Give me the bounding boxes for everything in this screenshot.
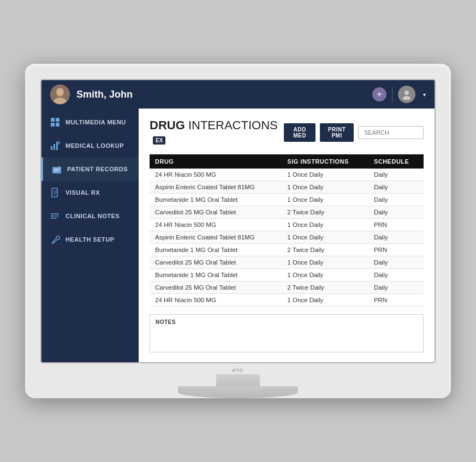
user-menu-button[interactable]	[398, 86, 415, 103]
cell-drug: Carvedilot 25 MG Oral Tablet	[150, 256, 282, 269]
list-icon	[49, 210, 61, 222]
sidebar-item-patient-records[interactable]: Patient Records	[41, 158, 139, 181]
cell-schedule: Daily	[368, 256, 424, 269]
table-row: Bumetanide 1 MG Oral Tablet1 Once DailyD…	[150, 269, 424, 281]
cell-schedule: PRN	[368, 244, 424, 256]
svg-point-4	[404, 91, 409, 95]
sidebar-label-medical: Medical Lookup	[66, 142, 124, 149]
page-title-row: DRUG INTERACTIONS EX ADD MED PRINT PMI	[150, 118, 424, 147]
stand-neck	[216, 374, 260, 386]
cell-sig: 1 Once Daily	[282, 181, 368, 194]
sidebar-item-visual-rx[interactable]: Visual RX	[41, 181, 139, 205]
cell-schedule: Daily	[368, 206, 424, 219]
cell-schedule: Daily	[368, 181, 424, 194]
cell-sig: 2 Twice Daily	[282, 206, 368, 219]
svg-rect-11	[53, 144, 55, 150]
svg-point-26	[51, 218, 52, 219]
wrench-icon	[49, 233, 61, 245]
cell-schedule: Daily	[368, 231, 424, 244]
sidebar: Multimedia Menu Medical Lookup	[41, 109, 139, 362]
cell-sig: 1 Once Daily	[282, 256, 368, 269]
cell-drug: Bumetanide 1 MG Oral Tablet	[150, 269, 282, 281]
title-bold: DRUG	[150, 118, 185, 132]
cell-schedule: Daily	[368, 169, 424, 181]
table-row: 24 HR Niacin 500 MG1 Once DailyPRN	[150, 294, 424, 307]
notes-section: NOTES	[150, 314, 424, 352]
toolbar: ADD MED PRINT PMI	[284, 123, 424, 142]
table-body: 24 HR Niacin 500 MG1 Once DailyDailyAspi…	[150, 169, 424, 307]
cell-sig: 1 Once Daily	[282, 269, 368, 281]
table-row: Aspirin Enteric Coated Tablet 81MG1 Once…	[150, 231, 424, 244]
sidebar-item-clinical-notes[interactable]: Clinical Notes	[41, 205, 139, 228]
cell-drug: Bumetanide 1 MG Oral Tablet	[150, 244, 282, 256]
cell-sig: 1 Once Daily	[282, 231, 368, 244]
chart-icon	[49, 140, 61, 152]
svg-rect-10	[51, 146, 52, 150]
cell-drug: Carvedilot 25 MG Oral Tablet	[150, 206, 282, 219]
table-row: Carvedilot 25 MG Oral Tablet1 Once Daily…	[150, 256, 424, 269]
cell-sig: 1 Once Daily	[282, 194, 368, 206]
title-light: INTERACTIONS	[188, 118, 278, 132]
content-area: DRUG INTERACTIONS EX ADD MED PRINT PMI	[139, 109, 435, 362]
grid-icon	[49, 116, 61, 128]
cell-drug: Carvedilot 25 MG Oral Tablet	[150, 281, 282, 294]
svg-point-25	[51, 215, 52, 217]
table-row: Aspirin Enteric Coated Tablet 81MG1 Once…	[150, 181, 424, 194]
sidebar-label-clinical: Clinical Notes	[66, 213, 120, 219]
folder-icon	[51, 163, 63, 175]
sidebar-label-health: Health Setup	[66, 236, 115, 243]
stand-base	[178, 386, 298, 398]
notes-label: NOTES	[156, 319, 418, 325]
cell-sig: 2 Twice Daily	[282, 244, 368, 256]
col-schedule: SCHEDULE	[368, 154, 424, 169]
sidebar-label-patient: Patient Records	[67, 166, 128, 172]
page-title: DRUG INTERACTIONS EX	[150, 118, 284, 147]
file-icon	[49, 187, 61, 199]
patient-name: Smith, John	[76, 89, 372, 100]
cell-drug: Bumetanide 1 MG Oral Tablet	[150, 194, 282, 206]
cell-schedule: PRN	[368, 294, 424, 307]
add-button[interactable]: +	[372, 87, 386, 101]
table-row: 24 HR Niacin 500 MG1 Once DailyPRN	[150, 219, 424, 231]
cell-sig: 1 Once Daily	[282, 294, 368, 307]
sidebar-label-visual-rx: Visual RX	[66, 189, 100, 196]
avatar	[50, 85, 70, 104]
user-chevron-icon: ▾	[423, 92, 426, 98]
header-bar: Smith, John + ▾	[41, 80, 435, 109]
main-layout: Multimedia Menu Medical Lookup	[41, 109, 435, 362]
header-actions: + ▾	[372, 86, 426, 103]
col-drug: DRUG	[150, 154, 282, 169]
sidebar-item-medical-lookup[interactable]: Medical Lookup	[41, 134, 139, 158]
cell-drug: 24 HR Niacin 500 MG	[150, 169, 282, 181]
svg-point-5	[403, 96, 410, 100]
svg-rect-6	[51, 118, 55, 122]
sidebar-label-multimedia: Multimedia Menu	[66, 119, 126, 125]
print-pmi-button[interactable]: PRINT PMI	[320, 123, 354, 142]
table-header: DRUG SIG INSTRUCTIONS SCHEDULE	[150, 154, 424, 169]
table-row: Bumetanide 1 MG Oral Tablet2 Twice Daily…	[150, 244, 424, 256]
header-divider	[392, 87, 392, 102]
search-input[interactable]	[358, 126, 424, 139]
sidebar-item-health-setup[interactable]: Health Setup	[41, 228, 139, 251]
cell-schedule: Daily	[368, 194, 424, 206]
svg-rect-7	[56, 118, 59, 122]
svg-point-13	[57, 142, 59, 144]
cell-sig: 1 Once Daily	[282, 219, 368, 231]
cell-drug: Aspirin Enteric Coated Tablet 81MG	[150, 231, 282, 244]
svg-rect-9	[56, 123, 59, 127]
cell-drug: Aspirin Enteric Coated Tablet 81MG	[150, 181, 282, 194]
table-row: Carvedilot 25 MG Oral Tablet2 Twice Dail…	[150, 206, 424, 219]
cell-sig: 2 Twice Daily	[282, 281, 368, 294]
monitor-stand: elo	[40, 363, 436, 398]
add-med-button[interactable]: ADD MED	[284, 123, 316, 142]
table-row: Carvedilot 25 MG Oral Tablet2 Twice Dail…	[150, 281, 424, 294]
cell-schedule: PRN	[368, 219, 424, 231]
sidebar-item-multimedia-menu[interactable]: Multimedia Menu	[41, 111, 139, 134]
cell-drug: 24 HR Niacin 500 MG	[150, 219, 282, 231]
monitor: Smith, John + ▾	[25, 64, 451, 398]
svg-point-3	[57, 89, 63, 95]
cell-sig: 1 Once Daily	[282, 169, 368, 181]
cell-drug: 24 HR Niacin 500 MG	[150, 294, 282, 307]
svg-point-24	[51, 213, 52, 214]
table-row: Bumetanide 1 MG Oral Tablet1 Once DailyD…	[150, 194, 424, 206]
